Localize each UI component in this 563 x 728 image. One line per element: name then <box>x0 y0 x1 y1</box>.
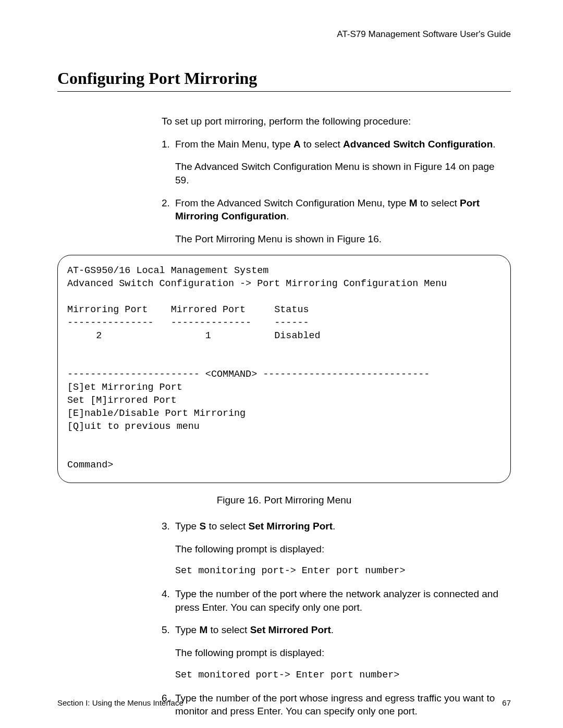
figure-caption: Figure 16. Port Mirroring Menu <box>57 495 511 506</box>
step-followup: The Advanced Switch Configuration Menu i… <box>175 160 511 187</box>
running-header: AT-S79 Management Software User's Guide <box>57 29 511 40</box>
key: M <box>199 624 207 635</box>
step-followup: The Port Mirroring Menu is shown in Figu… <box>175 232 511 246</box>
terminal-line: ----------------------- <COMMAND> ------… <box>67 369 430 380</box>
step-number: 5. <box>162 623 170 637</box>
terminal-line: 2 1 Disabled <box>67 330 321 341</box>
menu-name: Set Mirrored Port <box>250 624 331 635</box>
terminal-line: [S]et Mirroring Port <box>67 382 182 393</box>
procedure-list: 1. From the Main Menu, type A to select … <box>162 138 511 246</box>
footer-section: Section I: Using the Menus Interface <box>57 698 183 707</box>
text: . <box>333 521 335 532</box>
page-footer: Section I: Using the Menus Interface 67 <box>57 698 511 707</box>
prompt-code: Set monitoring port-> Enter port number> <box>175 565 511 578</box>
step-body: From the Advanced Switch Configuration M… <box>175 198 480 222</box>
text: to select <box>206 521 248 532</box>
prompt-code: Set monitored port-> Enter port number> <box>175 669 511 682</box>
step-body: From the Main Menu, type A to select Adv… <box>175 139 496 150</box>
terminal-line: --------------- -------------- ------ <box>67 317 309 328</box>
step-1: 1. From the Main Menu, type A to select … <box>162 138 511 187</box>
step-followup: The following prompt is displayed: <box>175 646 511 660</box>
text: Type <box>175 521 199 532</box>
menu-name: Set Mirroring Port <box>249 521 333 532</box>
terminal-line: Mirroring Port Mirrored Port Status <box>67 304 309 315</box>
terminal-line: AT-GS950/16 Local Management System <box>67 265 268 276</box>
step-4: 4. Type the number of the port where the… <box>162 587 511 614</box>
text: . <box>331 624 334 635</box>
step-number: 2. <box>162 196 170 210</box>
body-column-continued: 3. Type S to select Set Mirroring Port. … <box>162 520 511 718</box>
text: From the Main Menu, type <box>175 139 293 150</box>
step-body: Type M to select Set Mirrored Port. <box>175 624 334 635</box>
terminal-line: [Q]uit to previous menu <box>67 421 200 432</box>
key: M <box>409 198 418 208</box>
key: A <box>293 139 301 150</box>
step-number: 3. <box>162 520 170 533</box>
text: . <box>286 211 289 221</box>
step-3: 3. Type S to select Set Mirroring Port. … <box>162 520 511 578</box>
step-body: Type S to select Set Mirroring Port. <box>175 521 335 532</box>
step-5: 5. Type M to select Set Mirrored Port. T… <box>162 623 511 682</box>
intro-paragraph: To set up port mirroring, perform the fo… <box>162 115 511 128</box>
terminal-frame: AT-GS950/16 Local Management System Adva… <box>57 255 511 483</box>
procedure-list-continued: 3. Type S to select Set Mirroring Port. … <box>162 520 511 718</box>
menu-name: Advanced Switch Configuration <box>343 139 493 150</box>
step-2: 2. From the Advanced Switch Configuratio… <box>162 196 511 246</box>
text: to select <box>207 624 250 635</box>
step-body: Type the number of the port where the ne… <box>175 588 498 613</box>
step-number: 1. <box>162 138 170 151</box>
page: AT-S79 Management Software User's Guide … <box>0 0 563 728</box>
text: to select <box>301 139 343 150</box>
body-column: To set up port mirroring, perform the fo… <box>162 115 511 245</box>
step-followup: The following prompt is displayed: <box>175 542 511 556</box>
terminal-line: Advanced Switch Configuration -> Port Mi… <box>67 278 447 289</box>
terminal-line: Set [M]irrored Port <box>67 395 177 406</box>
terminal-line: [E]nable/Disable Port Mirroring <box>67 408 246 419</box>
section-title: Configuring Port Mirroring <box>57 69 511 92</box>
text: . <box>493 139 495 150</box>
page-number: 67 <box>502 698 511 707</box>
terminal-line: Command> <box>67 460 113 471</box>
step-number: 4. <box>162 587 170 601</box>
text: From the Advanced Switch Configuration M… <box>175 198 409 208</box>
text: to select <box>418 198 460 208</box>
key: S <box>199 521 206 532</box>
text: Type <box>175 624 199 635</box>
